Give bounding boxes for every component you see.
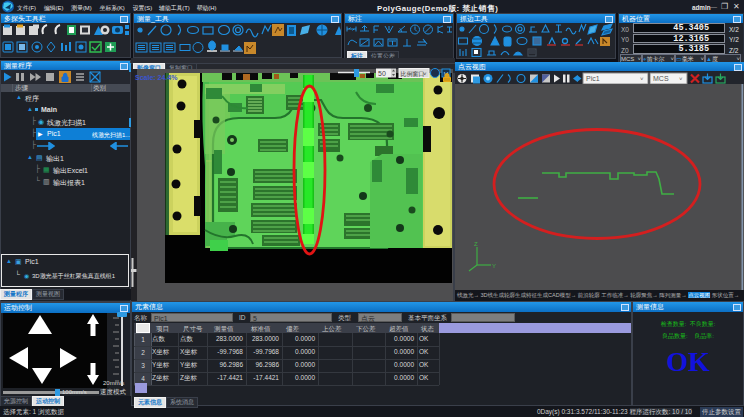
svg-text:50: 50: [378, 70, 386, 77]
svg-text:MCS: MCS: [653, 75, 669, 82]
svg-text:Y: Y: [492, 263, 496, 269]
svg-text:˅: ˅: [423, 71, 427, 77]
svg-text:˅: ˅: [679, 76, 683, 82]
svg-text:Z: Z: [474, 241, 478, 247]
svg-text:Pic1: Pic1: [586, 75, 600, 82]
svg-text:˅: ˅: [640, 76, 644, 82]
svg-text:比例窗口: 比例窗口: [401, 70, 425, 78]
